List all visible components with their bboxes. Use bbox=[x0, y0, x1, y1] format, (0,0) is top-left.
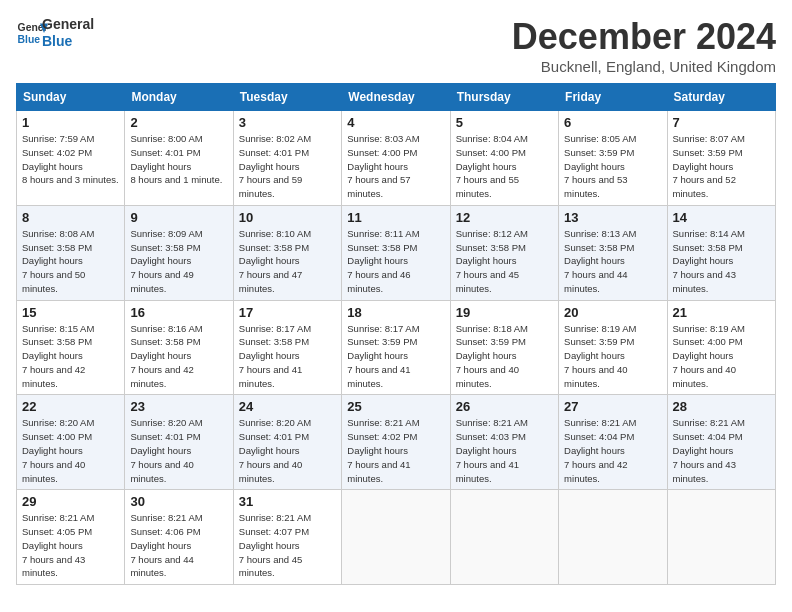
calendar-cell: 24Sunrise: 8:20 AMSunset: 4:01 PMDayligh… bbox=[233, 395, 341, 490]
day-info: Sunrise: 8:12 AMSunset: 3:58 PMDaylight … bbox=[456, 227, 553, 296]
day-number: 4 bbox=[347, 115, 444, 130]
calendar-cell: 18Sunrise: 8:17 AMSunset: 3:59 PMDayligh… bbox=[342, 300, 450, 395]
month-title: December 2024 bbox=[512, 16, 776, 58]
day-info: Sunrise: 8:20 AMSunset: 4:01 PMDaylight … bbox=[239, 416, 336, 485]
day-number: 13 bbox=[564, 210, 661, 225]
day-number: 19 bbox=[456, 305, 553, 320]
day-number: 24 bbox=[239, 399, 336, 414]
day-info: Sunrise: 8:21 AMSunset: 4:04 PMDaylight … bbox=[564, 416, 661, 485]
calendar-cell: 7Sunrise: 8:07 AMSunset: 3:59 PMDaylight… bbox=[667, 111, 775, 206]
day-info: Sunrise: 8:14 AMSunset: 3:58 PMDaylight … bbox=[673, 227, 770, 296]
calendar-cell: 13Sunrise: 8:13 AMSunset: 3:58 PMDayligh… bbox=[559, 205, 667, 300]
day-number: 27 bbox=[564, 399, 661, 414]
day-number: 31 bbox=[239, 494, 336, 509]
calendar-cell: 26Sunrise: 8:21 AMSunset: 4:03 PMDayligh… bbox=[450, 395, 558, 490]
day-info: Sunrise: 7:59 AMSunset: 4:02 PMDaylight … bbox=[22, 132, 119, 187]
day-number: 17 bbox=[239, 305, 336, 320]
calendar-cell: 11Sunrise: 8:11 AMSunset: 3:58 PMDayligh… bbox=[342, 205, 450, 300]
day-number: 20 bbox=[564, 305, 661, 320]
calendar-cell: 6Sunrise: 8:05 AMSunset: 3:59 PMDaylight… bbox=[559, 111, 667, 206]
calendar-cell: 4Sunrise: 8:03 AMSunset: 4:00 PMDaylight… bbox=[342, 111, 450, 206]
day-info: Sunrise: 8:19 AMSunset: 3:59 PMDaylight … bbox=[564, 322, 661, 391]
calendar-cell: 10Sunrise: 8:10 AMSunset: 3:58 PMDayligh… bbox=[233, 205, 341, 300]
day-number: 2 bbox=[130, 115, 227, 130]
calendar-cell: 19Sunrise: 8:18 AMSunset: 3:59 PMDayligh… bbox=[450, 300, 558, 395]
calendar-cell: 3Sunrise: 8:02 AMSunset: 4:01 PMDaylight… bbox=[233, 111, 341, 206]
day-number: 1 bbox=[22, 115, 119, 130]
week-row-2: 8Sunrise: 8:08 AMSunset: 3:58 PMDaylight… bbox=[17, 205, 776, 300]
header: General Blue General Blue December 2024 … bbox=[16, 16, 776, 75]
calendar-cell: 28Sunrise: 8:21 AMSunset: 4:04 PMDayligh… bbox=[667, 395, 775, 490]
calendar-cell bbox=[450, 490, 558, 585]
day-info: Sunrise: 8:11 AMSunset: 3:58 PMDaylight … bbox=[347, 227, 444, 296]
title-area: December 2024 Bucknell, England, United … bbox=[512, 16, 776, 75]
weekday-header-wednesday: Wednesday bbox=[342, 84, 450, 111]
svg-text:Blue: Blue bbox=[18, 33, 41, 44]
week-row-5: 29Sunrise: 8:21 AMSunset: 4:05 PMDayligh… bbox=[17, 490, 776, 585]
day-info: Sunrise: 8:10 AMSunset: 3:58 PMDaylight … bbox=[239, 227, 336, 296]
day-info: Sunrise: 8:07 AMSunset: 3:59 PMDaylight … bbox=[673, 132, 770, 201]
weekday-header-friday: Friday bbox=[559, 84, 667, 111]
day-number: 14 bbox=[673, 210, 770, 225]
calendar-cell: 30Sunrise: 8:21 AMSunset: 4:06 PMDayligh… bbox=[125, 490, 233, 585]
calendar-cell: 22Sunrise: 8:20 AMSunset: 4:00 PMDayligh… bbox=[17, 395, 125, 490]
day-number: 10 bbox=[239, 210, 336, 225]
day-number: 11 bbox=[347, 210, 444, 225]
weekday-header-tuesday: Tuesday bbox=[233, 84, 341, 111]
weekday-header-monday: Monday bbox=[125, 84, 233, 111]
day-number: 26 bbox=[456, 399, 553, 414]
day-info: Sunrise: 8:20 AMSunset: 4:00 PMDaylight … bbox=[22, 416, 119, 485]
logo-line2: Blue bbox=[42, 33, 94, 50]
day-info: Sunrise: 8:15 AMSunset: 3:58 PMDaylight … bbox=[22, 322, 119, 391]
day-number: 9 bbox=[130, 210, 227, 225]
day-info: Sunrise: 8:21 AMSunset: 4:04 PMDaylight … bbox=[673, 416, 770, 485]
day-number: 18 bbox=[347, 305, 444, 320]
calendar-cell: 29Sunrise: 8:21 AMSunset: 4:05 PMDayligh… bbox=[17, 490, 125, 585]
weekday-header-thursday: Thursday bbox=[450, 84, 558, 111]
day-info: Sunrise: 8:21 AMSunset: 4:06 PMDaylight … bbox=[130, 511, 227, 580]
calendar-cell: 17Sunrise: 8:17 AMSunset: 3:58 PMDayligh… bbox=[233, 300, 341, 395]
day-number: 30 bbox=[130, 494, 227, 509]
day-info: Sunrise: 8:04 AMSunset: 4:00 PMDaylight … bbox=[456, 132, 553, 201]
calendar-cell: 20Sunrise: 8:19 AMSunset: 3:59 PMDayligh… bbox=[559, 300, 667, 395]
location: Bucknell, England, United Kingdom bbox=[512, 58, 776, 75]
day-number: 8 bbox=[22, 210, 119, 225]
weekday-header-sunday: Sunday bbox=[17, 84, 125, 111]
week-row-1: 1Sunrise: 7:59 AMSunset: 4:02 PMDaylight… bbox=[17, 111, 776, 206]
day-number: 12 bbox=[456, 210, 553, 225]
day-number: 16 bbox=[130, 305, 227, 320]
day-number: 15 bbox=[22, 305, 119, 320]
calendar-cell: 1Sunrise: 7:59 AMSunset: 4:02 PMDaylight… bbox=[17, 111, 125, 206]
calendar-cell: 23Sunrise: 8:20 AMSunset: 4:01 PMDayligh… bbox=[125, 395, 233, 490]
calendar-cell: 8Sunrise: 8:08 AMSunset: 3:58 PMDaylight… bbox=[17, 205, 125, 300]
calendar-cell bbox=[559, 490, 667, 585]
day-info: Sunrise: 8:16 AMSunset: 3:58 PMDaylight … bbox=[130, 322, 227, 391]
day-number: 28 bbox=[673, 399, 770, 414]
calendar-cell bbox=[667, 490, 775, 585]
day-number: 29 bbox=[22, 494, 119, 509]
day-info: Sunrise: 8:13 AMSunset: 3:58 PMDaylight … bbox=[564, 227, 661, 296]
day-number: 6 bbox=[564, 115, 661, 130]
week-row-3: 15Sunrise: 8:15 AMSunset: 3:58 PMDayligh… bbox=[17, 300, 776, 395]
calendar-cell: 14Sunrise: 8:14 AMSunset: 3:58 PMDayligh… bbox=[667, 205, 775, 300]
day-info: Sunrise: 8:08 AMSunset: 3:58 PMDaylight … bbox=[22, 227, 119, 296]
day-info: Sunrise: 8:21 AMSunset: 4:05 PMDaylight … bbox=[22, 511, 119, 580]
day-info: Sunrise: 8:19 AMSunset: 4:00 PMDaylight … bbox=[673, 322, 770, 391]
day-number: 21 bbox=[673, 305, 770, 320]
day-info: Sunrise: 8:03 AMSunset: 4:00 PMDaylight … bbox=[347, 132, 444, 201]
week-row-4: 22Sunrise: 8:20 AMSunset: 4:00 PMDayligh… bbox=[17, 395, 776, 490]
day-number: 3 bbox=[239, 115, 336, 130]
day-info: Sunrise: 8:21 AMSunset: 4:07 PMDaylight … bbox=[239, 511, 336, 580]
day-info: Sunrise: 8:02 AMSunset: 4:01 PMDaylight … bbox=[239, 132, 336, 201]
calendar-cell: 15Sunrise: 8:15 AMSunset: 3:58 PMDayligh… bbox=[17, 300, 125, 395]
day-info: Sunrise: 8:17 AMSunset: 3:59 PMDaylight … bbox=[347, 322, 444, 391]
day-info: Sunrise: 8:20 AMSunset: 4:01 PMDaylight … bbox=[130, 416, 227, 485]
calendar-cell: 12Sunrise: 8:12 AMSunset: 3:58 PMDayligh… bbox=[450, 205, 558, 300]
day-info: Sunrise: 8:17 AMSunset: 3:58 PMDaylight … bbox=[239, 322, 336, 391]
weekday-header-saturday: Saturday bbox=[667, 84, 775, 111]
calendar-cell: 31Sunrise: 8:21 AMSunset: 4:07 PMDayligh… bbox=[233, 490, 341, 585]
day-info: Sunrise: 8:00 AMSunset: 4:01 PMDaylight … bbox=[130, 132, 227, 187]
day-info: Sunrise: 8:05 AMSunset: 3:59 PMDaylight … bbox=[564, 132, 661, 201]
calendar-cell: 5Sunrise: 8:04 AMSunset: 4:00 PMDaylight… bbox=[450, 111, 558, 206]
calendar-cell: 21Sunrise: 8:19 AMSunset: 4:00 PMDayligh… bbox=[667, 300, 775, 395]
